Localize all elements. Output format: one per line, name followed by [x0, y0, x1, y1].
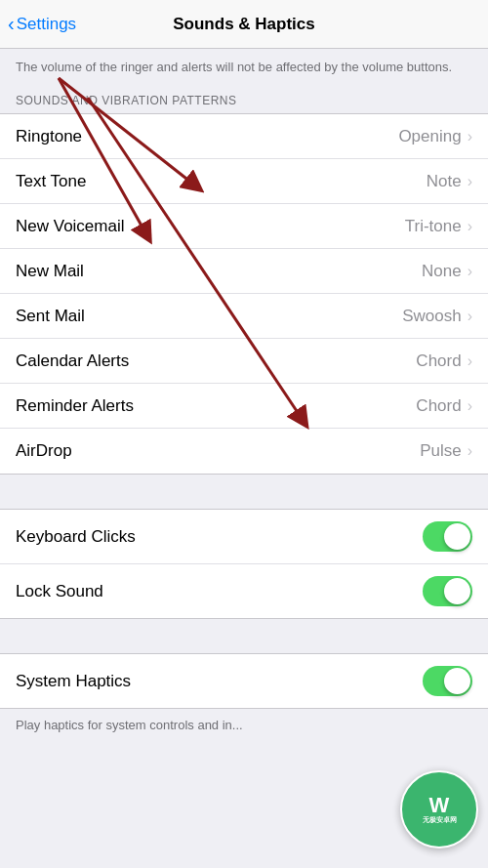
calendar-alerts-value: Chord: [416, 351, 461, 371]
sent-mail-right: Swoosh ›: [402, 307, 472, 326]
system-haptics-toggle[interactable]: [423, 666, 472, 696]
reminder-alerts-chevron-icon: ›: [468, 397, 472, 415]
description-text: The volume of the ringer and alerts will…: [16, 60, 452, 74]
toggle-settings-group: Keyboard Clicks Lock Sound: [0, 509, 488, 619]
spacer-2: [0, 619, 488, 653]
new-mail-row[interactable]: New Mail None ›: [0, 249, 488, 294]
text-tone-row[interactable]: Text Tone Note ›: [0, 159, 488, 204]
keyboard-clicks-toggle-knob: [444, 523, 470, 550]
calendar-alerts-row[interactable]: Calendar Alerts Chord ›: [0, 339, 488, 384]
sent-mail-label: Sent Mail: [16, 307, 85, 326]
nav-back-button[interactable]: ‹ Settings: [8, 13, 76, 35]
new-voicemail-row[interactable]: New Voicemail Tri-tone ›: [0, 204, 488, 249]
reminder-alerts-label: Reminder Alerts: [16, 396, 134, 416]
lock-sound-toggle-knob: [444, 578, 470, 604]
new-mail-label: New Mail: [16, 262, 84, 281]
sounds-section-header: SOUNDS AND VIBRATION PATTERNS: [0, 84, 488, 113]
sent-mail-value: Swoosh: [402, 307, 461, 326]
nav-title: Sounds & Haptics: [173, 15, 314, 34]
watermark-circle: W 无极安卓网: [400, 770, 478, 848]
text-tone-right: Note ›: [427, 172, 472, 191]
back-chevron-icon: ‹: [8, 13, 15, 35]
airdrop-chevron-icon: ›: [468, 442, 472, 460]
airdrop-label: AirDrop: [16, 441, 72, 461]
ringtone-row[interactable]: Ringtone Opening ›: [0, 114, 488, 159]
keyboard-clicks-label: Keyboard Clicks: [16, 527, 136, 547]
haptics-footer: Play haptics for system controls and in.…: [0, 709, 488, 744]
lock-sound-toggle[interactable]: [423, 576, 472, 606]
sent-mail-row[interactable]: Sent Mail Swoosh ›: [0, 294, 488, 339]
ringtone-label: Ringtone: [16, 127, 82, 146]
new-voicemail-right: Tri-tone ›: [405, 217, 472, 236]
reminder-alerts-right: Chord ›: [416, 396, 472, 416]
calendar-alerts-right: Chord ›: [416, 351, 472, 371]
airdrop-right: Pulse ›: [420, 441, 472, 461]
haptics-description: Play haptics for system controls and in.…: [16, 718, 243, 732]
airdrop-value: Pulse: [420, 441, 462, 461]
new-voicemail-chevron-icon: ›: [468, 218, 472, 235]
sound-settings-group: Ringtone Opening › Text Tone Note › New …: [0, 113, 488, 475]
keyboard-clicks-row[interactable]: Keyboard Clicks: [0, 510, 488, 564]
spacer-1: [0, 475, 488, 509]
new-mail-chevron-icon: ›: [468, 263, 472, 280]
ringtone-chevron-icon: ›: [468, 128, 472, 145]
calendar-alerts-label: Calendar Alerts: [16, 351, 129, 371]
nav-back-label: Settings: [17, 15, 76, 34]
calendar-alerts-chevron-icon: ›: [468, 352, 472, 370]
airdrop-row[interactable]: AirDrop Pulse ›: [0, 429, 488, 474]
text-tone-value: Note: [427, 172, 462, 191]
new-voicemail-label: New Voicemail: [16, 217, 125, 236]
watermark-badge: W 无极安卓网: [400, 770, 478, 848]
page-container: ‹ Settings Sounds & Haptics The volume o…: [0, 0, 488, 868]
system-haptics-label: System Haptics: [16, 672, 131, 691]
sent-mail-chevron-icon: ›: [468, 308, 472, 325]
haptics-settings-group: System Haptics: [0, 653, 488, 709]
new-mail-right: None ›: [422, 262, 472, 281]
system-haptics-row[interactable]: System Haptics: [0, 654, 488, 708]
text-tone-label: Text Tone: [16, 172, 86, 191]
lock-sound-row[interactable]: Lock Sound: [0, 564, 488, 618]
watermark-w: W: [429, 795, 450, 816]
ringtone-right: Opening ›: [398, 127, 472, 146]
reminder-alerts-value: Chord: [416, 396, 461, 416]
text-tone-chevron-icon: ›: [468, 173, 472, 190]
ringtone-value: Opening: [398, 127, 461, 146]
nav-bar: ‹ Settings Sounds & Haptics: [0, 0, 488, 49]
ringer-description: The volume of the ringer and alerts will…: [0, 49, 488, 84]
reminder-alerts-row[interactable]: Reminder Alerts Chord ›: [0, 384, 488, 429]
system-haptics-toggle-knob: [444, 668, 470, 694]
lock-sound-label: Lock Sound: [16, 582, 103, 601]
section-header-label: SOUNDS AND VIBRATION PATTERNS: [16, 94, 237, 107]
watermark-text: 无极安卓网: [423, 816, 457, 824]
new-mail-value: None: [422, 262, 462, 281]
new-voicemail-value: Tri-tone: [405, 217, 462, 236]
keyboard-clicks-toggle[interactable]: [423, 521, 472, 552]
